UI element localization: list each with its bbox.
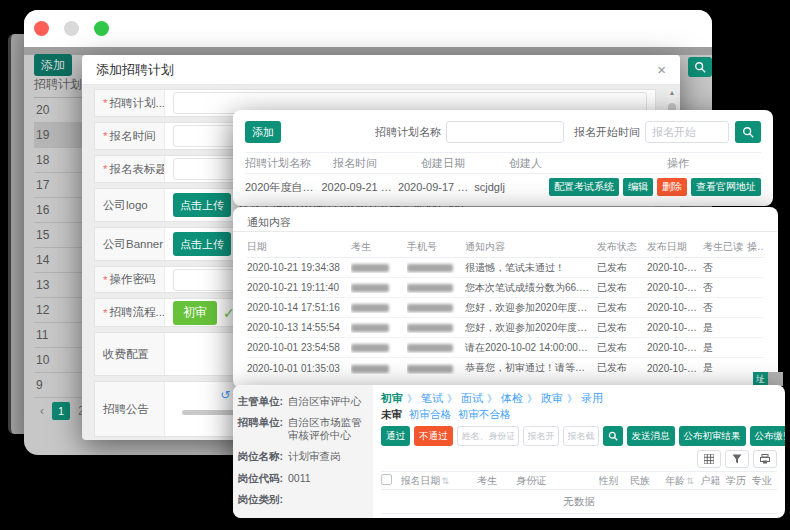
- column-header: 报名日期⇅: [401, 474, 477, 488]
- table-row: 2020-10-21 19:11:40 您本次笔试成绩分数为66.52分 已发布…: [247, 278, 764, 298]
- scroll-up-icon[interactable]: ▲: [668, 89, 676, 96]
- content-cell: 您本次笔试成绩分数为66.52分: [465, 281, 597, 295]
- field-label: 公司logo: [103, 198, 148, 213]
- tab-written-exam[interactable]: 笔试: [421, 391, 443, 406]
- tab-physical-exam[interactable]: 体检: [501, 391, 523, 406]
- status-cell: 已发布: [597, 261, 647, 275]
- tab-interview[interactable]: 面试: [461, 391, 483, 406]
- review-panel: 主管单位: 自治区审评中心 招聘单位: 自治区市场监管审核评价中心 岗位名称: …: [233, 385, 785, 518]
- tab-hired[interactable]: 录用: [581, 391, 603, 406]
- tab-first-review[interactable]: 初审: [381, 391, 403, 406]
- column-header: 操作: [595, 156, 761, 171]
- read-cell: 是: [703, 321, 747, 335]
- plan-name-filter-input[interactable]: [446, 121, 564, 143]
- column-settings-button[interactable]: [697, 450, 721, 468]
- undo-icon[interactable]: ↺: [216, 386, 235, 404]
- page-1-button[interactable]: 1: [52, 402, 70, 420]
- configure-exam-button[interactable]: 配置考试系统: [549, 178, 619, 196]
- read-cell: 否: [703, 301, 747, 315]
- upload-logo-button[interactable]: 点击上传: [173, 193, 231, 217]
- filter-button[interactable]: [725, 450, 749, 468]
- review-main: 初审 》 笔试 》 面试 》 体检 》 政审 》 录用 未审 初审合格 初审不合…: [373, 385, 785, 518]
- upload-banner-button[interactable]: 点击上传: [173, 232, 231, 256]
- table-row: 2020-10-13 14:55:54 您好，欢迎参加2020年度自治区市场..…: [247, 318, 764, 338]
- filter-unreviewed[interactable]: 未审: [381, 408, 402, 422]
- filter-failed[interactable]: 初审不合格: [458, 408, 511, 422]
- column-header: 发布日期: [647, 240, 703, 254]
- required-asterisk: *: [103, 307, 107, 319]
- edit-button[interactable]: 编辑: [623, 178, 653, 196]
- start-time-filter-input[interactable]: [645, 121, 729, 143]
- send-message-button[interactable]: 发送消息: [627, 426, 675, 446]
- print-button[interactable]: [753, 450, 777, 468]
- review-filters: 未审 初审合格 初审不合格: [381, 408, 777, 422]
- column-header: 创建人: [509, 156, 595, 171]
- column-header: 报名时间: [333, 156, 421, 171]
- view-site-button[interactable]: 查看官网地址: [691, 178, 761, 196]
- column-header: 创建日期: [421, 156, 509, 171]
- close-icon[interactable]: ×: [657, 62, 666, 77]
- info-row: 岗位类别:: [237, 493, 367, 506]
- candidate-cell-redacted: [351, 302, 407, 313]
- modal-title: 添加招聘计划: [96, 61, 174, 79]
- required-asterisk: *: [103, 97, 107, 109]
- publish-date-cell: 2020-10-21 ...: [647, 282, 703, 293]
- publish-date-cell: 2020-10-01 ...: [647, 363, 703, 374]
- column-header: 学历: [726, 474, 751, 488]
- pass-button[interactable]: 通过: [381, 426, 410, 446]
- maximize-traffic-light[interactable]: [94, 21, 109, 36]
- creator-cell: scjdglj: [474, 181, 549, 193]
- created-date-cell: 2020-09-17 13:58:35: [398, 181, 474, 193]
- plan-name-filter-label: 招聘计划名称: [375, 125, 441, 140]
- plan-name-cell: 2020年度自治区市场监...: [245, 180, 321, 195]
- window-titlebar: [24, 10, 712, 47]
- field-label: 招聘计划...: [109, 96, 165, 111]
- checkbox[interactable]: [381, 474, 392, 485]
- column-header: 身份证: [516, 474, 598, 488]
- publish-date-cell: 2020-10-01 ...: [647, 342, 703, 353]
- publish-result-button[interactable]: 公布初审结果: [679, 426, 746, 446]
- delete-button[interactable]: 删除: [657, 178, 687, 196]
- search-icon: [608, 431, 618, 441]
- search-button[interactable]: [688, 57, 712, 77]
- search-icon: [694, 61, 706, 73]
- phone-cell-redacted: [407, 322, 465, 333]
- search-button[interactable]: [603, 426, 623, 446]
- sort-icon[interactable]: ⇅: [442, 476, 450, 486]
- minimize-traffic-light[interactable]: [64, 21, 79, 36]
- status-cell: 已发布: [597, 321, 647, 335]
- keyword-input[interactable]: [457, 426, 519, 446]
- publish-fee-button[interactable]: 公布缴费通知: [750, 426, 786, 446]
- add-plan-button[interactable]: 添加: [245, 121, 281, 143]
- flow-step-first-review[interactable]: 初审: [173, 301, 217, 325]
- tab-political-review[interactable]: 政审: [541, 391, 563, 406]
- filter-passed[interactable]: 初审合格: [409, 408, 451, 422]
- signup-end-input[interactable]: [563, 426, 599, 446]
- step-separator: 》: [527, 392, 537, 406]
- table-tools: [381, 450, 777, 468]
- notice-panel-title: 通知内容: [247, 215, 764, 231]
- search-button[interactable]: [735, 121, 761, 143]
- sort-icon[interactable]: ⇅: [686, 476, 694, 486]
- candidates-table-header: 报名日期⇅ 考生 身份证 性别 民族 年龄⇅ 户籍 学历 专业: [381, 471, 777, 490]
- date-cell: 2020-10-01 01:35:03: [247, 363, 351, 374]
- date-cell: 2020-10-01 23:54:58: [247, 342, 351, 353]
- divider: [233, 231, 778, 232]
- prev-page-icon[interactable]: ‹: [40, 404, 44, 418]
- info-value: 自治区审评中心: [288, 395, 367, 408]
- fail-button[interactable]: 不通过: [414, 426, 453, 446]
- empty-table-message: 无数据: [381, 490, 777, 514]
- info-label: 主管单位:: [237, 395, 283, 408]
- close-traffic-light[interactable]: [34, 21, 49, 36]
- content-cell: 请在2020-10-02 14:00:00到2020-10-...: [465, 341, 597, 355]
- signup-start-input[interactable]: [523, 426, 559, 446]
- step-separator: 》: [407, 392, 417, 406]
- pagination: ‹ 1 2: [40, 402, 85, 420]
- review-actions: 通过 不通过 发送消息 公布初审结果 公布缴费通知: [381, 426, 777, 446]
- column-header: 通知内容: [465, 240, 597, 254]
- phone-cell-redacted: [407, 363, 465, 374]
- field-label: 公司Banner: [103, 237, 163, 252]
- printer-icon: [760, 454, 770, 464]
- column-header: 性别: [599, 474, 630, 488]
- notice-table-header: 日期 考生 手机号 通知内容 发布状态 发布日期 考生已读 操作: [247, 236, 764, 258]
